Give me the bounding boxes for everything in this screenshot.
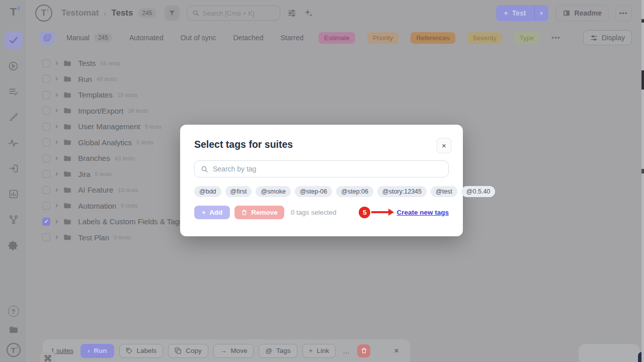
global-search-input[interactable]: Search [Cmd + K] [187,6,280,21]
suite-checkbox[interactable]: ✓ [42,123,50,131]
suite-checkbox[interactable]: ✓ [42,170,50,178]
suite-name[interactable]: Branches [78,154,110,162]
suite-name[interactable]: Run [78,75,92,83]
field-badge[interactable]: Type [514,32,539,44]
suite-name[interactable]: AI Feature [78,186,113,194]
field-badge[interactable]: Estimate [318,32,355,44]
tag-chip[interactable]: @step:06 [336,186,373,197]
sidebar-item-tests[interactable] [5,31,23,49]
new-test-dropdown[interactable]: ▾ [534,5,548,21]
page-scrollbar[interactable] [641,0,644,362]
expand-chevron-icon[interactable]: › [55,154,58,162]
suite-checkbox[interactable]: ✓ [42,107,50,115]
filter-tab[interactable]: Out of sync [181,34,216,42]
remove-tags-button[interactable]: Remove [234,206,284,219]
link-button[interactable]: + Link [302,344,336,358]
expand-chevron-icon[interactable]: › [55,138,58,146]
account-avatar[interactable]: T [7,343,21,357]
brand-name[interactable]: Testomat [61,8,99,18]
scrollbar-thumb[interactable] [641,70,644,89]
expand-chevron-icon[interactable]: › [55,122,58,130]
filter-funnel-button[interactable] [165,6,180,21]
sidebar-item-steps[interactable] [5,108,23,126]
view-settings-button[interactable] [287,9,296,18]
suite-checkbox[interactable]: ✓ [42,218,50,226]
suite-checkbox[interactable]: ✓ [42,138,50,146]
readme-button[interactable]: Readme [555,5,609,21]
action-bar-close-button[interactable]: × [391,346,402,356]
suite-name[interactable]: User Management [78,122,140,131]
tag-chip[interactable]: @0.5.40 [461,186,495,197]
breadcrumb-section[interactable]: Tests [111,8,133,18]
sidebar-item-branches[interactable] [5,211,23,229]
suite-checkbox[interactable]: ✓ [42,75,50,83]
move-button[interactable]: → Move [213,344,254,358]
expand-chevron-icon[interactable]: › [55,169,58,177]
sidebar-item-pulse[interactable] [5,134,23,152]
expand-chevron-icon[interactable]: › [55,90,58,99]
tag-chip[interactable]: @first [225,186,252,197]
ai-assistant-button[interactable] [303,8,313,18]
expand-chevron-icon[interactable]: › [55,106,58,114]
sidebar-item-results[interactable] [5,82,23,101]
sidebar-item-settings[interactable] [5,236,23,254]
expand-chevron-icon[interactable]: › [55,201,58,209]
projects-folder-icon[interactable] [8,324,20,336]
expand-chevron-icon[interactable]: › [55,217,58,225]
sidebar-item-import[interactable] [5,159,23,177]
suite-row[interactable]: ✓ › Import/Export 38 tests [27,103,634,119]
suite-name[interactable]: Tests [78,59,96,67]
suite-checkbox[interactable]: ✓ [42,233,50,241]
suite-name[interactable]: Templates [78,90,112,99]
header-more-button[interactable]: ••• [615,5,632,21]
sidebar-item-analytics[interactable] [5,185,23,203]
tag-chip[interactable]: @smoke [256,186,291,197]
suite-checkbox[interactable]: ✓ [42,91,50,99]
tags-button[interactable]: @ Tags [259,344,297,358]
suite-row[interactable]: ✓ › Tests 55 tests [27,55,634,71]
create-new-tags-link[interactable]: Create new tags [396,209,449,216]
project-logo-icon[interactable]: T [35,5,52,22]
filter-tab[interactable]: Automated [129,34,164,42]
suite-name[interactable]: Labels & Custom Fields & Tags [78,217,183,226]
fields-more-button[interactable]: ••• [551,34,560,42]
suite-checkbox[interactable]: ✓ [42,154,50,162]
delete-button[interactable] [357,344,370,357]
expand-chevron-icon[interactable]: › [55,74,58,82]
copy-button[interactable]: Copy [168,344,208,358]
suite-name[interactable]: Jira [78,170,90,178]
add-tags-button[interactable]: + Add [194,206,230,219]
suite-row[interactable]: ✓ › Run 48 tests [27,71,634,87]
modal-close-button[interactable]: × [436,138,452,153]
field-badge[interactable]: References [411,32,455,44]
select-all-button[interactable] [40,31,54,45]
help-icon[interactable]: ? [8,306,19,317]
expand-chevron-icon[interactable]: › [55,233,58,241]
actions-more-button[interactable]: … [341,347,352,355]
tag-chip[interactable]: @step-06 [295,186,332,197]
labels-button[interactable]: Labels [119,344,164,358]
filter-tab[interactable]: Starred [280,34,303,42]
filter-tab[interactable]: Detached [233,34,263,42]
tag-chip[interactable]: @story:12345 [377,186,427,197]
suite-checkbox[interactable]: ✓ [42,59,50,67]
display-button[interactable]: Display [583,30,632,45]
suite-name[interactable]: Test Plan [78,233,109,242]
expand-chevron-icon[interactable]: › [55,59,58,67]
run-button[interactable]: › Run [80,344,114,358]
tag-search-input[interactable]: Search by tag [194,160,449,177]
suite-name[interactable]: Automation [78,202,116,210]
new-test-button[interactable]: + Test [496,5,534,21]
tag-chip[interactable]: @bdd [194,186,221,197]
suite-row[interactable]: ✓ › Templates 19 tests [27,87,634,103]
field-badge[interactable]: Severity [467,32,502,44]
expand-chevron-icon[interactable]: › [55,186,58,194]
suite-name[interactable]: Import/Export [78,107,123,115]
tag-chip[interactable]: @test [431,186,457,197]
suite-checkbox[interactable]: ✓ [42,186,50,194]
sidebar-item-runs[interactable] [5,57,23,75]
filter-tab[interactable]: Manual 245 [66,33,112,42]
field-badge[interactable]: Priority [367,32,398,44]
suite-checkbox[interactable]: ✓ [42,202,50,210]
suite-name[interactable]: Global Analytics [78,138,132,147]
